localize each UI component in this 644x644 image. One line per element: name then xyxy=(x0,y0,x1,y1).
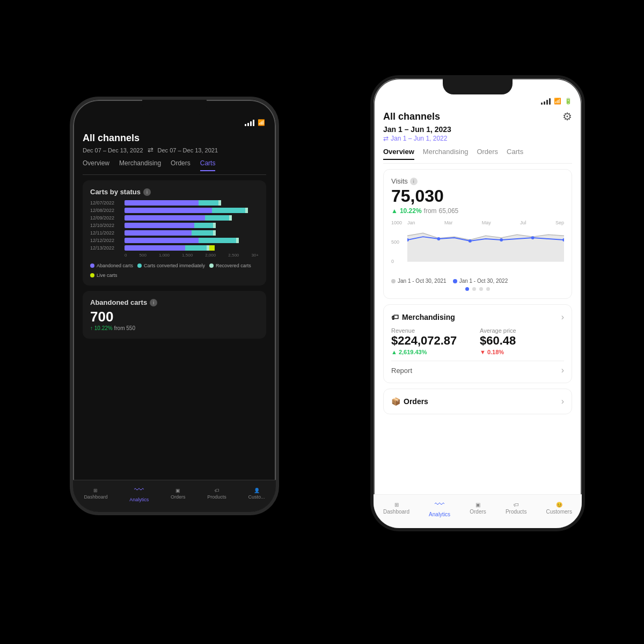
customers-label-front: Customers xyxy=(546,509,572,515)
pager-dot-1[interactable] xyxy=(465,287,469,291)
from-value: 65,065 xyxy=(439,207,459,215)
orders-card: 📦 Orders › xyxy=(383,389,572,414)
merch-chevron[interactable]: › xyxy=(561,312,564,322)
tab-merchandising-front[interactable]: Merchandising xyxy=(423,148,469,160)
front-bottom-nav: ⊞ Dashboard 〰 Analytics ▣ Orders 🏷 Produ… xyxy=(374,494,582,528)
abandoned-carts-card: Abandoned carts i 700 ↑ 10.22% from 550 xyxy=(83,291,266,339)
pager-dot-4[interactable] xyxy=(486,287,490,291)
abandoned-title: Abandoned carts i xyxy=(90,298,259,306)
tab-orders-back[interactable]: Orders xyxy=(171,159,191,171)
front-date-primary: Jan 1 – Jun 1, 2023 xyxy=(383,125,572,134)
svg-point-2 xyxy=(437,237,440,240)
signal-icon-front xyxy=(541,98,551,105)
orders-title-text: Orders xyxy=(404,397,428,406)
dot-2022 xyxy=(453,279,457,283)
products-icon-front: 🏷 xyxy=(514,502,519,508)
y-labels: 1000 500 0 xyxy=(391,220,402,264)
nav-dashboard-back[interactable]: ⊞ Dashboard xyxy=(84,488,107,500)
orders-chevron[interactable]: › xyxy=(561,397,564,406)
line-chart-wrap: 1000 500 0 xyxy=(391,220,564,274)
visits-info-icon[interactable]: i xyxy=(410,178,418,185)
nav-products-back[interactable]: 🏷 Products xyxy=(207,488,226,500)
legend-converted: Carts converted immediately xyxy=(137,263,205,268)
dashboard-label-front: Dashboard xyxy=(383,509,409,515)
nav-analytics-front[interactable]: 〰 Analytics xyxy=(429,499,450,517)
products-label-front: Products xyxy=(506,509,526,515)
tab-overview-front[interactable]: Overview xyxy=(383,148,414,160)
nav-orders-back[interactable]: ▣ Orders xyxy=(171,488,186,500)
nav-products-front[interactable]: 🏷 Products xyxy=(506,502,526,515)
revenue-value: $224,072.87 xyxy=(391,334,475,348)
price-arrow: ▼ xyxy=(480,349,486,355)
rev-arrow: ▲ xyxy=(391,349,397,355)
merch-header: 🏷 Merchandising › xyxy=(391,312,564,322)
nav-customers-back[interactable]: 👤 Custo... xyxy=(248,488,265,500)
report-chevron[interactable]: › xyxy=(561,365,564,375)
legend-2022: Jan 1 - Oct 30, 2022 xyxy=(453,278,508,284)
svg-point-4 xyxy=(500,238,503,241)
legend-abandoned: Abandoned carts xyxy=(90,263,133,268)
nav-customers-front[interactable]: 😊 Customers xyxy=(546,502,572,515)
back-allchannels: All channels xyxy=(83,133,266,144)
abandoned-title-text: Abandoned carts xyxy=(90,298,147,306)
abandoned-info-icon[interactable]: i xyxy=(150,299,157,306)
pager-dot-3[interactable] xyxy=(479,287,483,291)
analytics-label-front: Analytics xyxy=(429,511,450,517)
avg-price-value: $60.48 xyxy=(480,334,564,348)
back-compare-range: Dec 07 – Dec 13, 2021 xyxy=(158,147,218,153)
legend-dot-green xyxy=(209,264,214,268)
front-status-bar: 📶 🔋 xyxy=(374,94,582,105)
report-label: Report xyxy=(391,367,412,375)
avg-price-col: Average price $60.48 ▼ 0.18% xyxy=(480,327,564,355)
svg-point-3 xyxy=(469,239,472,243)
front-phone: 📶 🔋 All channels ⚙ Jan 1 – Jun 1, 2023 ⇄… xyxy=(370,75,585,531)
back-nav-tabs: Overview Merchandising Orders Carts xyxy=(83,159,266,175)
front-notch xyxy=(443,78,513,94)
front-content: All channels ⚙ Jan 1 – Jun 1, 2023 ⇄ Jan… xyxy=(374,105,582,414)
avg-price-label: Average price xyxy=(480,327,564,334)
tab-merchandising-back[interactable]: Merchandising xyxy=(119,159,161,171)
chart-axis: 0 500 1,000 1,500 2,000 2,500 30+ xyxy=(90,253,259,258)
avg-price-change: ▼ 0.18% xyxy=(480,349,564,355)
analytics-icon-back: 〰 xyxy=(134,485,144,496)
revenue-label: Revenue xyxy=(391,327,475,334)
battery-icon-front: 🔋 xyxy=(565,98,572,105)
customers-label-back: Custo... xyxy=(248,494,265,500)
bar-chart: 12/07/2022 12/08/2022 xyxy=(90,200,259,258)
line-chart-svg xyxy=(407,220,564,264)
carts-info-icon[interactable]: i xyxy=(143,188,151,196)
filter-icon[interactable]: ⚙ xyxy=(562,110,572,123)
dashboard-icon-front: ⊞ xyxy=(394,502,399,508)
front-allchannels: All channels xyxy=(383,111,440,122)
carts-card-title: Carts by status i xyxy=(90,188,259,196)
legend-2021-text: Jan 1 - Oct 30, 2021 xyxy=(398,278,447,284)
rev-pct: 2,619.43% xyxy=(399,349,427,355)
back-date-range: Dec 07 – Dec 13, 2022 xyxy=(83,147,143,153)
bar-row-1207: 12/07/2022 xyxy=(90,200,259,206)
tab-carts-front[interactable]: Carts xyxy=(507,148,523,160)
chart-legend: Abandoned carts Carts converted immediat… xyxy=(90,263,259,278)
legend-dot-yellow xyxy=(90,273,94,277)
nav-orders-front[interactable]: ▣ Orders xyxy=(470,502,486,515)
carts-title-text: Carts by status xyxy=(90,188,141,196)
orders-icon-front: ▣ xyxy=(475,502,480,508)
products-icon-back: 🏷 xyxy=(215,488,219,493)
orders-title: 📦 Orders xyxy=(391,397,428,406)
signal-icon xyxy=(245,120,254,126)
pager-dot-2[interactable] xyxy=(472,287,476,291)
back-status-bar: 📶 xyxy=(73,115,276,126)
visits-change: ▲ 10.22% from 65,065 xyxy=(391,207,564,215)
merch-title: 🏷 Merchandising xyxy=(391,313,455,321)
carts-by-status-card: Carts by status i 12/07/2022 12/08/2022 xyxy=(83,180,266,286)
customers-icon-front: 😊 xyxy=(556,502,562,508)
nav-dashboard-front[interactable]: ⊞ Dashboard xyxy=(383,502,409,515)
orders-icon-back: ▣ xyxy=(175,488,180,493)
visits-label: Visits i xyxy=(391,177,564,185)
tab-overview-back[interactable]: Overview xyxy=(83,159,109,171)
tab-orders-front[interactable]: Orders xyxy=(477,148,498,160)
bar-row-1210: 12/10/2022 xyxy=(90,223,259,228)
tab-carts-back[interactable]: Carts xyxy=(200,159,216,171)
bar-row-1211: 12/11/2022 xyxy=(90,230,259,236)
bar-row-1209: 12/09/2022 xyxy=(90,215,259,221)
nav-analytics-back[interactable]: 〰 Analytics xyxy=(129,485,149,502)
